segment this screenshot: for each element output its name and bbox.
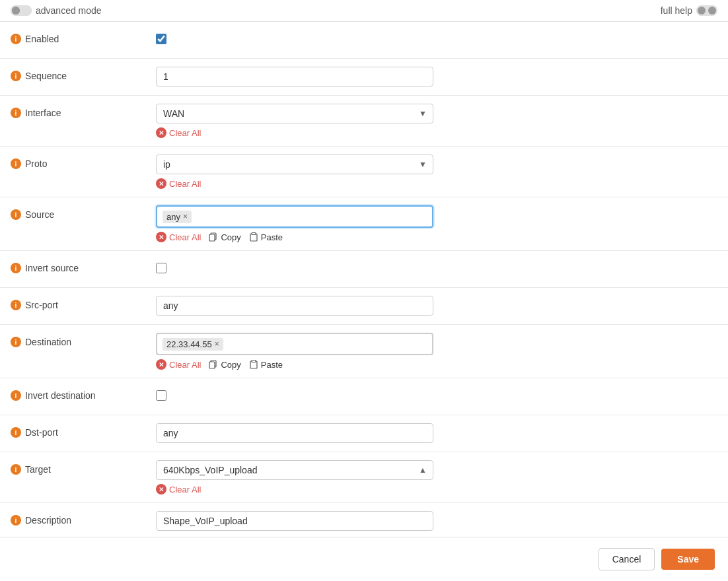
proto-info-icon[interactable]: i <box>11 158 21 169</box>
source-tag-remove[interactable]: × <box>183 213 188 221</box>
interface-info-icon[interactable]: i <box>11 108 21 118</box>
src-port-info-icon[interactable]: i <box>11 300 21 310</box>
interface-clear-all-label: Clear All <box>169 128 201 138</box>
invert-source-checkbox[interactable] <box>156 263 166 273</box>
enabled-checkbox[interactable] <box>156 34 166 44</box>
destination-clear-x-icon: ✕ <box>156 359 166 370</box>
interface-clear-x-icon: ✕ <box>156 127 166 138</box>
target-row: i Target 640Kbps_VoIP_upload ▲ ✕ Clear A… <box>0 452 728 503</box>
paste-icon <box>249 232 258 242</box>
target-control: 640Kbps_VoIP_upload ▲ ✕ Clear All <box>156 460 717 495</box>
target-label: Target <box>25 464 51 475</box>
sequence-label: Sequence <box>25 71 67 81</box>
invert-source-label: Invert source <box>25 263 79 273</box>
sequence-row: i Sequence <box>0 59 728 96</box>
enabled-label: Enabled <box>25 34 59 44</box>
destination-paste-button[interactable]: Paste <box>249 360 283 370</box>
description-input[interactable] <box>156 511 433 531</box>
advanced-mode-label: advanced mode <box>36 5 102 16</box>
enabled-row: i Enabled <box>0 22 728 59</box>
copy-icon <box>209 360 218 369</box>
target-select-wrapper: 640Kbps_VoIP_upload ▲ <box>156 460 433 480</box>
source-info-icon[interactable]: i <box>11 209 21 220</box>
advanced-mode-toggle[interactable]: advanced mode <box>11 5 102 16</box>
invert-destination-info-icon[interactable]: i <box>11 390 21 401</box>
source-label-col: i Source <box>11 205 156 220</box>
invert-destination-row: i Invert destination <box>0 378 728 415</box>
destination-clear-all-button[interactable]: ✕ Clear All <box>156 359 201 370</box>
dst-port-label-col: i Dst-port <box>11 423 156 438</box>
source-tag-input[interactable]: any × <box>156 205 433 228</box>
destination-paste-label: Paste <box>261 360 283 370</box>
invert-source-row: i Invert source <box>0 251 728 288</box>
proto-select[interactable]: ip tcp udp icmp <box>156 154 433 174</box>
svg-rect-7 <box>252 233 256 235</box>
destination-label: Destination <box>25 337 71 347</box>
source-row: i Source any × ✕ Clear All <box>0 197 728 251</box>
advanced-mode-icon[interactable] <box>11 5 32 16</box>
src-port-label: Src-port <box>25 300 58 310</box>
destination-info-icon[interactable]: i <box>11 337 21 347</box>
interface-action-row: ✕ Clear All <box>156 127 717 138</box>
proto-control: ip tcp udp icmp ▼ ✕ Clear All <box>156 154 717 189</box>
invert-source-label-col: i Invert source <box>11 259 156 273</box>
destination-label-col: i Destination <box>11 333 156 347</box>
src-port-control <box>156 296 717 316</box>
sequence-info-icon[interactable]: i <box>11 71 21 81</box>
target-label-col: i Target <box>11 460 156 475</box>
invert-destination-label-col: i Invert destination <box>11 386 156 401</box>
source-tag-any: any × <box>163 211 192 223</box>
sequence-input[interactable] <box>156 67 433 86</box>
sequence-control <box>156 67 717 86</box>
destination-copy-button[interactable]: Copy <box>209 360 240 370</box>
description-label-col: i Description <box>11 511 156 526</box>
destination-tag-input[interactable]: 22.33.44.55 × <box>156 333 433 355</box>
save-button[interactable]: Save <box>661 549 715 570</box>
dst-port-info-icon[interactable]: i <box>11 427 21 438</box>
invert-source-info-icon[interactable]: i <box>11 263 21 273</box>
svg-rect-0 <box>11 5 32 16</box>
interface-row: i Interface WAN LAN any ▼ ✕ Clear All <box>0 96 728 147</box>
invert-source-control <box>156 259 717 273</box>
enabled-info-icon[interactable]: i <box>11 34 21 44</box>
enabled-label-col: i Enabled <box>11 30 156 44</box>
proto-label-col: i Proto <box>11 154 156 169</box>
dst-port-control <box>156 423 717 443</box>
source-copy-button[interactable]: Copy <box>209 232 240 242</box>
interface-clear-all-button[interactable]: ✕ Clear All <box>156 127 201 138</box>
description-row: i Description <box>0 503 728 540</box>
svg-point-3 <box>708 7 716 15</box>
dst-port-row: i Dst-port <box>0 415 728 452</box>
source-paste-button[interactable]: Paste <box>249 232 283 242</box>
invert-destination-checkbox[interactable] <box>156 390 166 401</box>
target-action-row: ✕ Clear All <box>156 484 717 495</box>
full-help-toggle[interactable]: full help <box>661 5 717 16</box>
source-label: Source <box>25 209 54 220</box>
target-select[interactable]: 640Kbps_VoIP_upload <box>156 460 433 480</box>
proto-clear-all-button[interactable]: ✕ Clear All <box>156 178 201 189</box>
svg-rect-9 <box>209 362 215 368</box>
src-port-input[interactable] <box>156 296 433 316</box>
proto-label: Proto <box>25 158 47 169</box>
source-clear-all-button[interactable]: ✕ Clear All <box>156 232 201 242</box>
description-label: Description <box>25 515 71 526</box>
destination-tag-remove[interactable]: × <box>215 340 219 348</box>
target-clear-all-label: Clear All <box>169 485 201 495</box>
interface-select[interactable]: WAN LAN any <box>156 104 433 123</box>
invert-destination-control <box>156 386 717 401</box>
top-bar: advanced mode full help <box>0 0 728 22</box>
destination-clear-all-label: Clear All <box>169 360 201 370</box>
target-clear-all-button[interactable]: ✕ Clear All <box>156 484 201 495</box>
cancel-button[interactable]: Cancel <box>599 548 655 570</box>
source-tag-label: any <box>166 212 180 222</box>
description-info-icon[interactable]: i <box>11 515 21 526</box>
proto-select-wrapper: ip tcp udp icmp ▼ <box>156 154 433 174</box>
dst-port-input[interactable] <box>156 423 433 443</box>
full-help-icon[interactable] <box>696 5 717 16</box>
target-info-icon[interactable]: i <box>11 464 21 475</box>
paste-icon <box>249 360 258 369</box>
copy-icon <box>209 232 218 242</box>
svg-point-1 <box>12 7 20 15</box>
page-wrapper: advanced mode full help i Enabled <box>0 0 728 581</box>
source-clear-all-label: Clear All <box>169 232 201 242</box>
